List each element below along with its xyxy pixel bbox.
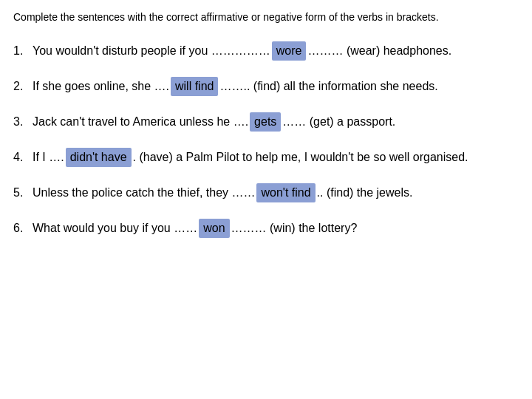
sentence-plain-text: Unless the police catch the thief, they … (33, 184, 255, 202)
sentence-item-5: Unless the police catch the thief, they … (13, 183, 519, 202)
sentence-highlight: wore (272, 41, 307, 61)
sentence-text-5: Unless the police catch the thief, they … (33, 183, 412, 202)
sentences-list: You wouldn't disturb people if you ……………… (13, 41, 519, 238)
sentence-highlight: won't find (256, 183, 315, 202)
sentence-plain-text: . (have) a Palm Pilot to help me, I woul… (133, 149, 468, 166)
sentence-highlight: won (199, 219, 229, 238)
sentence-item-6: What would you buy if you ……won……… (win)… (13, 219, 519, 238)
sentence-plain-text: Jack can't travel to America unless he …… (33, 113, 248, 131)
sentence-plain-text: ……… (wear) headphones. (307, 42, 451, 60)
sentence-item-4: If I ….didn't have. (have) a Palm Pilot … (13, 148, 519, 167)
sentence-plain-text: ……… (win) the lottery? (231, 219, 358, 237)
sentence-item-3: Jack can't travel to America unless he …… (13, 112, 519, 132)
sentence-text-1: You wouldn't disturb people if you ……………… (33, 41, 451, 61)
sentence-plain-text: If I …. (33, 149, 64, 166)
sentence-highlight: didn't have (66, 148, 132, 167)
sentence-plain-text: .. (find) the jewels. (317, 184, 413, 202)
sentence-text-4: If I ….didn't have. (have) a Palm Pilot … (33, 148, 468, 167)
sentence-plain-text: You wouldn't disturb people if you …………… (33, 42, 270, 60)
instruction-text: Complete the sentences with the correct … (13, 10, 519, 25)
sentence-plain-text: If she goes online, she …. (33, 78, 169, 95)
sentence-text-2: If she goes online, she ….will find…….. … (33, 77, 438, 96)
sentence-highlight: gets (250, 112, 281, 132)
sentence-item-2: If she goes online, she ….will find…….. … (13, 77, 519, 96)
sentence-plain-text: …… (get) a passport. (282, 113, 395, 131)
sentence-plain-text: …….. (find) all the information she need… (219, 78, 437, 95)
sentence-text-3: Jack can't travel to America unless he …… (33, 112, 395, 132)
sentence-plain-text: What would you buy if you …… (33, 219, 197, 237)
sentence-text-6: What would you buy if you ……won……… (win)… (33, 219, 357, 238)
sentence-item-1: You wouldn't disturb people if you ……………… (13, 41, 519, 61)
page-container: Complete the sentences with the correct … (0, 0, 532, 399)
sentence-highlight: will find (171, 77, 218, 96)
